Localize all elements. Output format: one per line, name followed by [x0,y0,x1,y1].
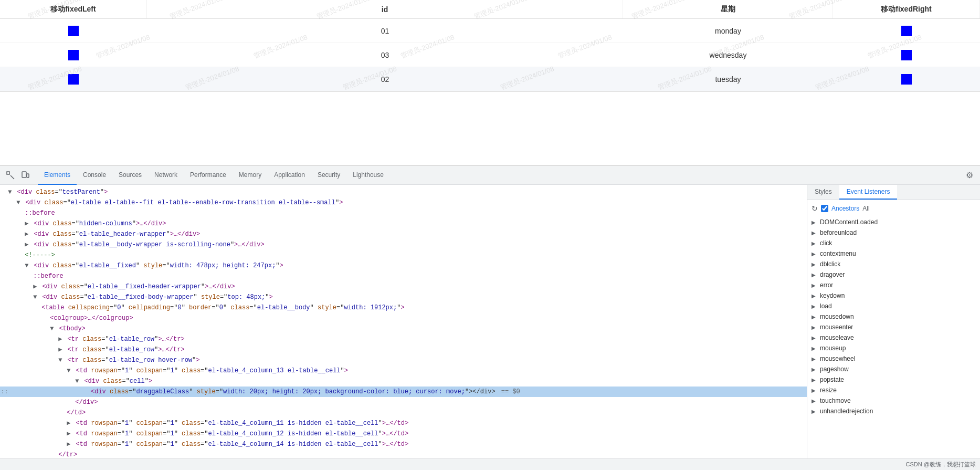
tab-elements[interactable]: Elements [38,166,77,185]
event-item-mousedown[interactable]: ▶ mousedown [812,311,976,322]
event-expand-arrow[interactable]: ▶ [812,293,818,299]
tab-security[interactable]: Security [311,166,346,185]
event-expand-arrow[interactable]: ▶ [812,314,818,320]
tab-memory[interactable]: Memory [233,166,268,185]
event-expand-arrow[interactable]: ▶ [812,335,818,341]
dom-line[interactable]: </td> [0,408,807,418]
tab-application[interactable]: Application [268,166,311,185]
event-item-touchmove[interactable]: ▶ touchmove [812,395,976,406]
expand-arrow[interactable]: ▶ [25,229,30,239]
device-toggle-icon[interactable] [19,169,31,182]
event-item-dblclick[interactable]: ▶ dblclick [812,259,976,269]
draggable-box-1[interactable] [68,26,79,36]
inspect-element-icon[interactable] [4,169,17,182]
dom-line[interactable]: ▼ <div class="el-table el-table--fit el-… [0,197,807,208]
event-expand-arrow[interactable]: ▶ [812,409,818,414]
draggable-box-right-1[interactable] [901,26,912,36]
expand-arrow[interactable]: ▶ [33,282,38,291]
expand-arrow[interactable]: ▶ [67,419,72,428]
dom-line[interactable]: ▶ <div class="el-table_header-wrapper">…… [0,229,807,239]
draggable-box-right-3[interactable] [901,74,912,85]
dom-line[interactable]: ▶ <td rowspan="1" colspan="1" class="el-… [0,418,807,429]
dom-tree-panel[interactable]: ▼ <div class="testParent"> ▼ <div class=… [0,185,807,458]
dom-line[interactable]: </tr> [0,450,807,458]
expand-arrow[interactable]: ▼ [58,356,64,365]
expand-arrow[interactable]: ▼ [8,187,13,197]
event-item-beforeunload[interactable]: ▶ beforeunload [812,227,976,238]
expand-arrow[interactable]: ▼ [75,377,80,386]
tab-styles[interactable]: Styles [807,185,839,200]
expand-arrow[interactable]: ▶ [25,219,30,228]
dom-line[interactable]: <table cellspacing="0" cellpadding="0" b… [0,302,807,313]
expand-arrow[interactable]: ▶ [67,429,72,438]
event-item-mouseup[interactable]: ▶ mouseup [812,343,976,353]
dom-line[interactable]: ▼ <tbody> [0,323,807,334]
event-expand-arrow[interactable]: ▶ [812,262,818,267]
event-expand-arrow[interactable]: ▶ [812,367,818,372]
expand-arrow[interactable]: ▶ [58,335,64,344]
tab-lighthouse[interactable]: Lighthouse [346,166,390,185]
event-expand-arrow[interactable]: ▶ [812,398,818,404]
expand-arrow[interactable]: ▶ [25,240,30,249]
event-expand-arrow[interactable]: ▶ [812,346,818,351]
dom-line[interactable]: ::before [0,208,807,218]
settings-gear-icon[interactable]: ⚙ [963,169,976,182]
dom-line[interactable]: ▼ <div class="testParent"> [0,187,807,197]
tab-event-listeners[interactable]: Event Listeners [839,185,898,200]
dom-line[interactable]: <colgroup>…</colgroup> [0,313,807,323]
event-expand-arrow[interactable]: ▶ [812,241,818,246]
expand-arrow[interactable]: ▼ [16,198,22,207]
event-item-unhandledrejection[interactable]: ▶ unhandledrejection [812,406,976,416]
event-expand-arrow[interactable]: ▶ [812,220,818,225]
event-item-domcontentloaded[interactable]: ▶ DOMContentLoaded [812,217,976,227]
dom-line-selected[interactable]: :: <div class="draggableClass" style="wi… [0,387,807,397]
dom-line[interactable]: ▶ <td rowspan="1" colspan="1" class="el-… [0,439,807,450]
dom-line[interactable]: ▼ <div class="el-table__fixed" style="wi… [0,260,807,271]
dom-line[interactable]: ▶ <div class="el-table__fixed-header-wra… [0,281,807,292]
draggable-box-2[interactable] [68,50,79,60]
dom-line[interactable]: ▶ <div class="hidden-columns">…</div> [0,218,807,229]
refresh-icon[interactable]: ↻ [812,204,818,213]
event-expand-arrow[interactable]: ▶ [812,251,818,257]
dom-line[interactable]: ▼ <tr class="el-table_row hover-row"> [0,355,807,365]
event-item-pageshow[interactable]: ▶ pageshow [812,364,976,374]
dom-line[interactable]: ▶ <td rowspan="1" colspan="1" class="el-… [0,429,807,439]
event-expand-arrow[interactable]: ▶ [812,230,818,236]
event-item-popstate[interactable]: ▶ popstate [812,374,976,385]
event-item-contextmenu[interactable]: ▶ contextmenu [812,248,976,259]
event-item-error[interactable]: ▶ error [812,280,976,290]
tab-performance[interactable]: Performance [184,166,233,185]
dom-line[interactable]: ::before [0,271,807,281]
event-item-click[interactable]: ▶ click [812,238,976,248]
dom-line[interactable]: ▶ <tr class="el-table_row">…</tr> [0,344,807,355]
event-item-dragover[interactable]: ▶ dragover [812,269,976,280]
event-item-mouseenter[interactable]: ▶ mouseenter [812,322,976,332]
expand-arrow[interactable]: ▶ [58,345,64,354]
event-expand-arrow[interactable]: ▶ [812,325,818,330]
dom-line[interactable]: ▶ <div class="el-table__body-wrapper is-… [0,239,807,250]
event-expand-arrow[interactable]: ▶ [812,388,818,393]
event-expand-arrow[interactable]: ▶ [812,283,818,288]
event-item-mouseleave[interactable]: ▶ mouseleave [812,332,976,343]
dom-line[interactable]: ▼ <td rowspan="1" colspan="1" class="el-… [0,365,807,376]
event-expand-arrow[interactable]: ▶ [812,377,818,383]
event-item-load[interactable]: ▶ load [812,301,976,311]
expand-arrow[interactable]: ▼ [33,293,38,302]
event-expand-arrow[interactable]: ▶ [812,356,818,362]
draggable-box-3[interactable] [68,74,79,85]
expand-arrow[interactable]: ▼ [67,366,72,375]
expand-arrow[interactable]: ▼ [25,261,30,270]
dom-line[interactable]: ▶ <tr class="el-table_row">…</tr> [0,334,807,344]
tab-console[interactable]: Console [77,166,112,185]
tab-network[interactable]: Network [148,166,184,185]
dom-line[interactable]: ▼ <div class="cell"> [0,376,807,387]
dom-line[interactable]: <!-----> [0,250,807,260]
event-item-mousewheel[interactable]: ▶ mousewheel [812,353,976,364]
draggable-box-right-2[interactable] [901,50,912,60]
dom-line[interactable]: ▼ <div class="el-table__fixed-body-wrapp… [0,292,807,302]
expand-arrow[interactable]: ▼ [50,324,55,333]
event-item-resize[interactable]: ▶ resize [812,385,976,395]
ancestors-checkbox[interactable] [821,205,828,212]
event-expand-arrow[interactable]: ▶ [812,272,818,278]
dom-line[interactable]: </div> [0,397,807,408]
